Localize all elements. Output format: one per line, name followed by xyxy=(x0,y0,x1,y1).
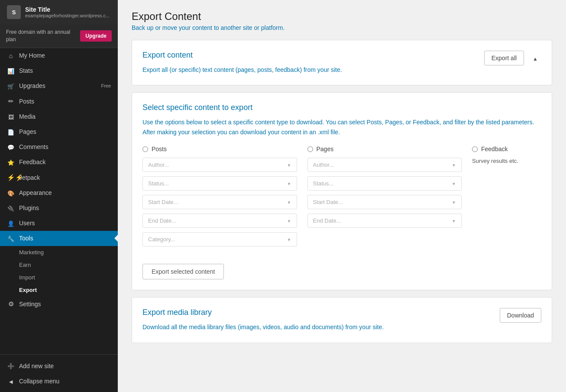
pages-end-date-chevron xyxy=(452,217,456,224)
jetpack-icon: ⚡ xyxy=(7,174,15,181)
posts-status-placeholder: Status... xyxy=(148,180,169,187)
posts-end-date-chevron xyxy=(287,217,291,224)
posts-radio[interactable] xyxy=(142,146,148,152)
feedback-radio[interactable] xyxy=(472,146,478,152)
export-selected-button[interactable]: Export selected content xyxy=(142,264,224,279)
feedback-radio-label[interactable]: Feedback xyxy=(472,146,541,152)
select-specific-card-inner: Select specific content to export Use th… xyxy=(132,93,552,290)
pages-start-date-chevron xyxy=(452,199,456,205)
subnav-earn[interactable]: Earn xyxy=(0,259,118,271)
posts-start-date-select[interactable]: Start Date... xyxy=(142,195,297,209)
nav-feedback[interactable]: Feedback xyxy=(0,155,118,170)
media-icon xyxy=(7,113,15,120)
export-content-card-header: Export content Export all (or specific) … xyxy=(142,51,541,75)
tools-icon xyxy=(7,235,15,242)
export-all-button[interactable]: Export all xyxy=(484,51,524,65)
site-avatar: S xyxy=(7,5,21,19)
feedback-note: Survey results etc. xyxy=(472,158,541,164)
pages-author-select[interactable]: Author... xyxy=(307,158,462,172)
nav-appearance[interactable]: Appearance xyxy=(0,185,118,201)
pages-start-date-select[interactable]: Start Date... xyxy=(307,195,462,209)
nav-plugins[interactable]: Plugins xyxy=(0,201,118,216)
nav-my-home[interactable]: My Home xyxy=(0,48,118,63)
subnav-marketing[interactable]: Marketing xyxy=(0,246,118,259)
nav-comments[interactable]: Comments xyxy=(0,139,118,155)
export-content-title: Export content xyxy=(142,51,342,60)
page-subtitle[interactable]: Back up or move your content to another … xyxy=(132,24,552,31)
nav-label-media: Media xyxy=(19,113,36,120)
users-icon xyxy=(7,220,15,227)
nav-add-new-site[interactable]: Add new site xyxy=(0,358,118,373)
nav-label-jetpack: Jetpack xyxy=(19,174,40,181)
posts-end-date-placeholder: End Date... xyxy=(148,217,176,224)
page-title: Export Content xyxy=(132,10,552,23)
site-info: Site Title examplepageforhostinger.wordp… xyxy=(25,6,110,18)
pages-start-date-placeholder: Start Date... xyxy=(313,199,343,205)
nav-posts[interactable]: Posts xyxy=(0,94,118,109)
pages-end-date-placeholder: End Date... xyxy=(313,217,341,224)
export-media-card-inner: Export media library Download all the me… xyxy=(132,298,552,342)
export-content-card: Export content Export all (or specific) … xyxy=(132,40,552,85)
export-media-left: Export media library Download all the me… xyxy=(142,308,384,332)
nav-media[interactable]: Media xyxy=(0,109,118,124)
stats-icon xyxy=(7,67,15,75)
sidebar-bottom: Add new site Collapse menu xyxy=(0,354,118,392)
site-url: examplepageforhostinger.wordpress.c... xyxy=(25,13,110,18)
pages-end-date-select[interactable]: End Date... xyxy=(307,214,462,228)
upgrades-badge: Free xyxy=(101,83,111,88)
site-header[interactable]: S Site Title examplepageforhostinger.wor… xyxy=(0,0,118,24)
feedback-label: Feedback xyxy=(481,146,508,152)
nav-upgrades[interactable]: Upgrades Free xyxy=(0,78,118,94)
export-media-card: Export media library Download all the me… xyxy=(132,297,552,343)
nav-label-tools: Tools xyxy=(19,235,33,242)
site-title: Site Title xyxy=(25,6,110,13)
posts-status-select[interactable]: Status... xyxy=(142,176,297,191)
nav-label-collapse-menu: Collapse menu xyxy=(19,378,59,385)
posts-author-chevron xyxy=(287,162,291,168)
nav-label-stats: Stats xyxy=(19,67,33,74)
nav-label-upgrades: Upgrades xyxy=(19,82,45,89)
posts-icon xyxy=(7,97,15,105)
posts-end-date-select[interactable]: End Date... xyxy=(142,214,297,228)
collapse-card-button[interactable] xyxy=(529,52,541,65)
pages-author-placeholder: Author... xyxy=(313,162,334,168)
upgrade-button[interactable]: Upgrade xyxy=(80,30,112,42)
posts-start-date-chevron xyxy=(287,199,291,205)
nav-label-users: Users xyxy=(19,220,35,227)
plugins-icon xyxy=(7,204,15,212)
add-icon xyxy=(7,362,15,369)
content-types-container: Posts Author... Status... Start Date... xyxy=(142,146,541,251)
pages-radio[interactable] xyxy=(307,146,313,152)
pages-author-chevron xyxy=(452,162,456,168)
nav-collapse-menu[interactable]: Collapse menu xyxy=(0,373,118,389)
nav-label-add-new-site: Add new site xyxy=(19,363,54,369)
export-media-card-header: Export media library Download all the me… xyxy=(142,308,541,332)
nav-tools[interactable]: Tools xyxy=(0,231,118,246)
pages-radio-label[interactable]: Pages xyxy=(307,146,462,152)
nav-users[interactable]: Users xyxy=(0,216,118,231)
upgrade-banner: Free domain with an annual plan Upgrade xyxy=(0,24,118,48)
nav-pages[interactable]: Pages xyxy=(0,124,118,139)
nav-jetpack[interactable]: ⚡ Jetpack xyxy=(0,170,118,185)
nav-stats[interactable]: Stats xyxy=(0,63,118,78)
subnav-export[interactable]: Export xyxy=(0,284,118,296)
subnav-import[interactable]: Import xyxy=(0,271,118,284)
posts-author-select[interactable]: Author... xyxy=(142,158,297,172)
pages-status-select[interactable]: Status... xyxy=(307,176,462,191)
feedback-column: Feedback Survey results etc. xyxy=(472,146,541,251)
nav-label-appearance: Appearance xyxy=(19,189,52,196)
posts-category-select[interactable]: Category... xyxy=(142,232,297,246)
nav-settings[interactable]: Settings xyxy=(0,296,118,312)
posts-category-chevron xyxy=(287,236,291,243)
select-specific-description: Use the options below to select a specif… xyxy=(142,117,541,137)
posts-radio-label[interactable]: Posts xyxy=(142,146,297,152)
posts-category-placeholder: Category... xyxy=(148,236,175,243)
comments-icon xyxy=(7,143,15,151)
export-content-left: Export content Export all (or specific) … xyxy=(142,51,342,75)
posts-author-placeholder: Author... xyxy=(148,162,169,168)
select-specific-card: Select specific content to export Use th… xyxy=(132,92,552,290)
pages-icon xyxy=(7,128,15,136)
download-button[interactable]: Download xyxy=(500,308,541,323)
select-specific-title: Select specific content to export xyxy=(142,103,541,112)
active-indicator xyxy=(114,235,118,242)
